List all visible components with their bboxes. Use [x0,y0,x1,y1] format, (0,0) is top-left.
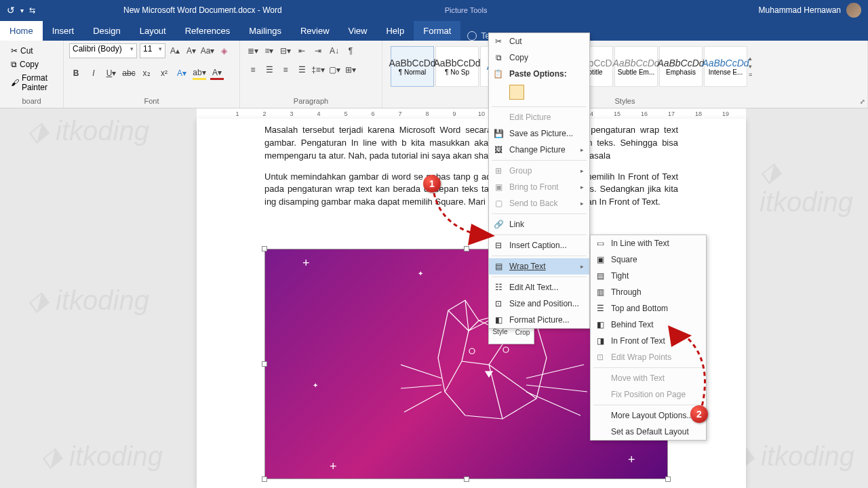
align-left-button[interactable]: ≡ [245,62,260,77]
doc-paragraph[interactable]: Masalah tersebut terjadi karena Microsof… [264,124,678,163]
ctx-save-as-picture[interactable]: 💾Save as Picture... [489,125,589,142]
style-normal[interactable]: AaBbCcDd¶ Normal [391,46,434,87]
wrap-tight[interactable]: ▤Tight [591,268,706,284]
font-name-combo[interactable]: Calibri (Body) [69,43,137,58]
numbering-button[interactable]: ≡▾ [262,43,277,58]
tab-review[interactable]: Review [291,21,339,41]
tight-icon: ▤ [595,270,606,281]
ctx-copy[interactable]: ⧉Copy [489,49,589,66]
tab-mailings[interactable]: Mailings [239,21,291,41]
ctx-send-back: ▢Send to Back▸ [489,195,589,211]
align-justify-button[interactable]: ☰ [294,62,309,77]
chevron-right-icon: ▸ [580,146,584,153]
ctx-edit-picture: Edit Picture [489,109,589,125]
style-emphasis[interactable]: AaBbCcDdEmphasis [659,46,703,87]
chevron-right-icon: ▸ [580,263,584,270]
styles-up-icon[interactable]: ▴ [749,55,758,62]
group-clipboard-label: board [5,96,58,106]
avatar[interactable] [846,3,861,18]
qat-dropdown-icon[interactable]: ▾ [20,7,24,14]
show-marks-button[interactable]: ¶ [343,43,358,58]
alt-icon: ☷ [493,282,504,293]
shading-button[interactable]: ▢▾ [327,62,342,77]
tab-format[interactable]: Format [414,21,460,41]
ribbon-tabs: Home Insert Design Layout References Mai… [0,20,868,41]
ctx-cut[interactable]: ✂Cut [489,33,589,49]
through-icon: ▥ [595,287,606,298]
scissors-icon: ✂ [493,36,504,47]
styles-launcher-icon[interactable]: ⤢ [860,98,865,105]
behind-icon: ◧ [595,319,606,330]
scissors-icon: ✂ [11,46,18,56]
resize-handle[interactable] [262,361,267,367]
font-color-button[interactable]: A▾ [210,66,224,80]
ctx-change-picture[interactable]: 🖼Change Picture▸ [489,142,589,158]
undo-icon[interactable]: ↺ [7,5,15,16]
multilevel-button[interactable]: ⊟▾ [278,43,293,58]
tab-view[interactable]: View [339,21,377,41]
underline-button[interactable]: U▾ [104,66,118,80]
size-icon: ⊡ [493,298,504,309]
ctx-insert-caption[interactable]: ⊟Insert Caption... [489,237,589,253]
editpoints-icon: ⊡ [595,352,606,363]
document-title: New Microsoft Word Document.docx - Word [123,5,282,15]
ctx-wrap-text[interactable]: ▤Wrap Text▸ [489,258,589,274]
paste-option-icon[interactable] [509,85,524,100]
wrap-topbottom[interactable]: ☰Top and Bottom [591,300,706,317]
tab-home[interactable]: Home [0,21,43,41]
borders-button[interactable]: ⊞▾ [343,62,358,77]
bold-button[interactable]: B [69,66,83,80]
ctx-paste-options: 📋Paste Options: [489,66,589,82]
user-name[interactable]: Muhammad Hernawan [759,5,841,15]
style-intense[interactable]: AaBbCcDdIntense E... [704,46,747,87]
callout-2: 2 [690,405,708,423]
resize-handle[interactable] [262,246,267,251]
resize-handle[interactable] [665,476,671,482]
sort-button[interactable]: A↓ [327,43,342,58]
ctx-size-position[interactable]: ⊡Size and Position... [489,296,589,312]
tab-references[interactable]: References [176,21,239,41]
superscript-button[interactable]: x² [157,66,171,80]
change-case-icon[interactable]: Aa▾ [201,44,214,58]
wrap-through[interactable]: ▥Through [591,284,706,300]
tab-design[interactable]: Design [83,21,130,41]
font-size-combo[interactable]: 11 [140,43,165,58]
shrink-font-icon[interactable]: A▾ [184,44,198,58]
svg-point-0 [469,348,475,354]
grow-font-icon[interactable]: A▴ [168,44,182,58]
ctx-link[interactable]: 🔗Link [489,216,589,232]
ctx-format-picture[interactable]: ◧Format Picture... [489,312,589,328]
italic-button[interactable]: I [87,66,100,80]
styles-down-icon[interactable]: ▾ [749,63,758,70]
bulb-icon [467,31,477,41]
clear-format-icon[interactable]: ◈ [217,44,231,58]
resize-handle[interactable] [262,476,267,482]
decrease-indent-button[interactable]: ⇤ [294,43,309,58]
strike-button[interactable]: abc [122,66,136,80]
align-right-button[interactable]: ≡ [278,62,293,77]
cut-button[interactable]: ✂Cut [8,45,55,57]
resize-handle[interactable] [464,476,469,482]
increase-indent-button[interactable]: ⇥ [311,43,326,58]
text-effects-icon[interactable]: A▾ [175,66,189,80]
wrap-inline[interactable]: ▭In Line with Text [591,235,706,251]
picture-tools-label: Picture Tools [445,6,488,14]
subscript-button[interactable]: x₂ [140,66,153,80]
tab-layout[interactable]: Layout [130,21,176,41]
line-spacing-button[interactable]: ‡≡▾ [311,62,326,77]
style-subtleem[interactable]: AaBbCcDdSubtle Em... [614,46,658,87]
tab-help[interactable]: Help [376,21,414,41]
copy-button[interactable]: ⧉Copy [8,58,55,70]
copy-icon: ⧉ [493,52,504,63]
bullets-button[interactable]: ≣▾ [245,43,260,58]
redo-icon[interactable]: ⇆ [29,6,35,15]
highlight-button[interactable]: ab▾ [193,66,206,80]
style-nospacing[interactable]: AaBbCcDd¶ No Sp [435,46,479,87]
styles-more-icon[interactable]: ≡ [749,71,758,78]
tab-insert[interactable]: Insert [43,21,84,41]
ctx-edit-alt-text[interactable]: ☷Edit Alt Text... [489,279,589,296]
wrap-setdefault[interactable]: Set as Default Layout [591,424,706,440]
format-painter-button[interactable]: 🖌Format Painter [8,72,55,94]
wrap-square[interactable]: ▣Square [591,251,706,268]
align-center-button[interactable]: ☰ [262,62,277,77]
